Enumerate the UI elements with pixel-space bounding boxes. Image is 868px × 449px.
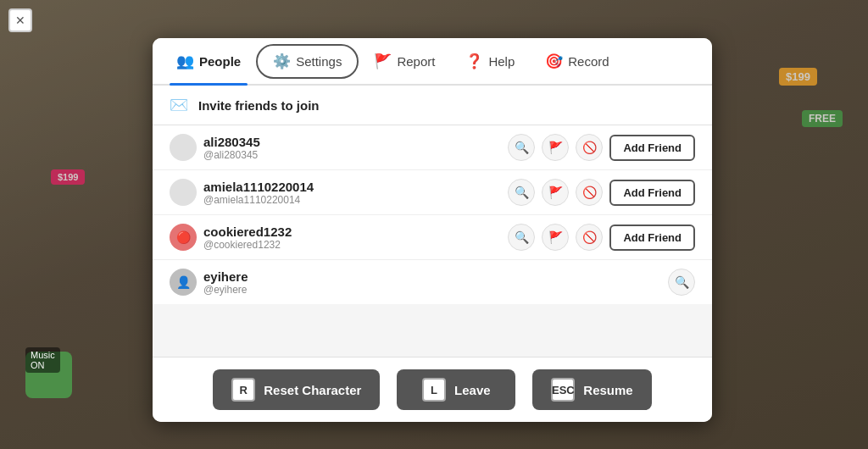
tab-record-label: Record [568, 54, 609, 69]
player-actions: 🔍 🚩 🚫 Add Friend [508, 224, 695, 251]
tab-people-label: People [199, 54, 241, 69]
table-row: amiela1110220014 @amiela1110220014 🔍 🚩 🚫… [153, 170, 712, 215]
avatar: 👤 [170, 269, 197, 296]
tab-bar: 👥 People ⚙️ Settings 🚩 Report ❓ Help 🎯 R… [153, 38, 712, 86]
player-info: cookiered1232 @cookiered1232 [203, 224, 501, 251]
bottom-action-bar: R Reset Character L Leave ESC Resume [153, 357, 712, 422]
music-indicator: MusicON [25, 347, 60, 373]
table-row: ali280345 @ali280345 🔍 🚩 🚫 Add Friend [153, 125, 712, 170]
player-info: ali280345 @ali280345 [203, 135, 501, 161]
resume-key-badge: ESC [551, 378, 575, 402]
player-actions: 🔍 🚩 🚫 Add Friend [508, 134, 695, 161]
tab-report-label: Report [397, 54, 435, 69]
block-icon: 🚫 [582, 230, 597, 244]
add-friend-button[interactable]: Add Friend [609, 224, 695, 251]
tab-people[interactable]: 👥 People [161, 46, 256, 77]
resume-label: Resume [583, 383, 632, 397]
tab-help-label: Help [488, 54, 515, 69]
bg-pink-tag: $199 [51, 169, 85, 185]
bg-green-tag: FREE [802, 110, 843, 127]
help-icon: ❓ [465, 53, 483, 70]
table-row: 🔴 cookiered1232 @cookiered1232 🔍 🚩 🚫 [153, 215, 712, 260]
zoom-button[interactable]: 🔍 [508, 179, 535, 206]
add-friend-button[interactable]: Add Friend [609, 180, 695, 206]
flag-icon: 🚩 [548, 186, 563, 199]
zoom-button[interactable]: 🔍 [508, 134, 535, 161]
resume-button[interactable]: ESC Resume [532, 369, 651, 410]
invite-label: Invite friends to join [198, 98, 320, 113]
invite-friends-banner[interactable]: ✉️ Invite friends to join [153, 86, 712, 125]
player-handle: @cookiered1232 [203, 239, 501, 251]
zoom-button[interactable]: 🔍 [668, 269, 695, 296]
block-icon: 🚫 [582, 186, 597, 199]
player-handle: @eyihere [203, 284, 661, 296]
settings-icon: ⚙️ [273, 53, 291, 70]
zoom-icon: 🔍 [515, 141, 529, 154]
leave-button[interactable]: L Leave [397, 369, 515, 410]
tab-help[interactable]: ❓ Help [450, 46, 530, 77]
flag-button[interactable]: 🚩 [542, 134, 569, 161]
close-button[interactable]: ✕ [8, 8, 32, 32]
flag-icon: 🚩 [548, 230, 563, 244]
report-icon: 🚩 [374, 53, 392, 70]
player-name: amiela1110220014 [203, 180, 501, 194]
reset-key-badge: R [231, 378, 255, 402]
content-area: ✉️ Invite friends to join ali280345 @ali… [153, 86, 712, 357]
avatar: 🔴 [170, 224, 197, 251]
reset-character-button[interactable]: R Reset Character [213, 369, 380, 410]
block-icon: 🚫 [582, 141, 597, 154]
bg-yellow-tag: $199 [779, 68, 817, 86]
zoom-icon: 🔍 [515, 230, 529, 244]
player-actions: 🔍 [668, 269, 695, 296]
people-icon: 👥 [176, 53, 194, 70]
leave-key-badge: L [422, 378, 446, 402]
flag-icon: 🚩 [548, 141, 563, 154]
zoom-icon: 🔍 [675, 275, 689, 289]
flag-button[interactable]: 🚩 [542, 224, 569, 251]
block-button[interactable]: 🚫 [576, 224, 603, 251]
player-name: eyihere [203, 269, 661, 284]
player-handle: @amiela1110220014 [203, 194, 501, 206]
player-info: eyihere @eyihere [203, 269, 661, 296]
player-handle: @ali280345 [203, 149, 501, 161]
player-name: ali280345 [203, 135, 501, 149]
player-actions: 🔍 🚩 🚫 Add Friend [508, 179, 695, 206]
block-button[interactable]: 🚫 [576, 179, 603, 206]
zoom-icon: 🔍 [515, 186, 529, 199]
player-name: cookiered1232 [203, 224, 501, 239]
invite-icon: ✉️ [170, 96, 188, 114]
block-button[interactable]: 🚫 [576, 134, 603, 161]
player-info: amiela1110220014 @amiela1110220014 [203, 180, 501, 206]
zoom-button[interactable]: 🔍 [508, 224, 535, 251]
tab-settings[interactable]: ⚙️ Settings [256, 44, 359, 79]
close-icon: ✕ [15, 14, 25, 27]
avatar [170, 179, 197, 206]
flag-button[interactable]: 🚩 [542, 179, 569, 206]
tab-report[interactable]: 🚩 Report [359, 46, 450, 77]
record-icon: 🎯 [545, 53, 563, 70]
player-list: ali280345 @ali280345 🔍 🚩 🚫 Add Friend [153, 125, 712, 304]
reset-character-label: Reset Character [264, 383, 361, 397]
tab-settings-label: Settings [296, 54, 342, 69]
add-friend-button[interactable]: Add Friend [609, 135, 695, 161]
tab-record[interactable]: 🎯 Record [530, 46, 624, 77]
modal-panel: 👥 People ⚙️ Settings 🚩 Report ❓ Help 🎯 R… [153, 38, 712, 422]
table-row: 👤 eyihere @eyihere 🔍 [153, 260, 712, 304]
avatar [170, 134, 197, 161]
leave-label: Leave [454, 383, 491, 397]
